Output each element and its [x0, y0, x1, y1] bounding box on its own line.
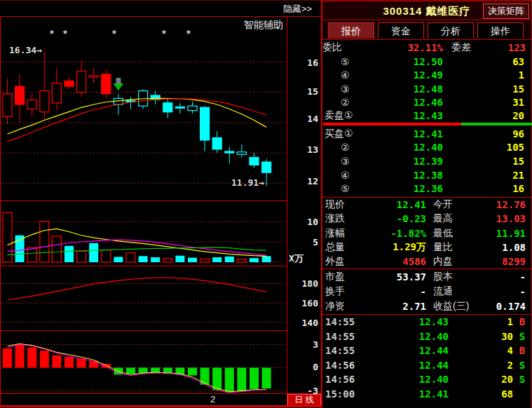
stat-row: 市盈53.37股本-	[322, 269, 531, 284]
ask-qty: 1	[443, 69, 524, 81]
tick-side: S	[513, 360, 531, 371]
hide-panel-button[interactable]: 隐藏>>	[283, 3, 312, 15]
stock-name: 戴维医疗	[426, 5, 471, 17]
bid-row[interactable]: ⑤12.3616	[322, 182, 531, 196]
tick-row: 14:5512.4030S	[322, 329, 531, 344]
bid-book: 买盘①12.4196②12.40105③12.3915④12.3821⑤12.3…	[322, 127, 531, 196]
info-row-label-2: 最低	[426, 227, 481, 240]
info-row: 涨跌-0.23最高13.03	[322, 212, 531, 226]
ask-price: 12.46	[363, 97, 443, 108]
stat-row: 换手-流通-	[322, 284, 531, 299]
bid-price: 12.38	[363, 170, 443, 181]
bid-level-label: ③	[322, 156, 363, 167]
tick-time: 14:56	[325, 374, 367, 385]
star-icon: *	[186, 27, 191, 39]
bid-row[interactable]: ④12.3821	[322, 168, 531, 182]
tab-1[interactable]: 报价	[328, 22, 374, 39]
tick-qty: 2	[449, 360, 513, 371]
tick-qty: 4	[449, 345, 513, 356]
axis-tick-label: 10	[289, 217, 318, 227]
bid-row[interactable]: ③12.3915	[322, 154, 531, 168]
ask-row[interactable]: ③12.4815	[322, 82, 531, 95]
ask-qty: 63	[443, 56, 524, 67]
ask-price: 12.48	[363, 83, 443, 95]
tick-price: 12.40	[367, 374, 449, 385]
weibi-label: 委比	[322, 41, 357, 54]
ask-row[interactable]: ④12.491	[322, 68, 531, 81]
tick-price: 12.44	[367, 360, 449, 371]
tick-qty: 1	[449, 316, 513, 327]
price-info-section: 现价12.41今开12.76涨跌-0.23最高13.03涨幅-1.82%最低11…	[322, 197, 531, 268]
tick-time: 14:55	[325, 316, 367, 327]
trading-terminal: S 隐藏>> 智能辅助 ***** 16.34→ 11.91→ 16151413…	[0, 0, 532, 408]
info-row-value-2: 12.76	[481, 199, 526, 210]
chart-canvas[interactable]: S	[0, 1, 322, 408]
info-row: 外盘4586内盘8299	[322, 254, 531, 268]
fundamental-stats-section: 市盈53.37股本-换手-流通-净资2.71收益(三)0.174	[322, 268, 531, 314]
star-icon: *	[112, 27, 116, 39]
buy-strength	[461, 123, 532, 125]
info-row-value-1: 4586	[359, 256, 426, 267]
bid-row[interactable]: 买盘①12.4196	[322, 127, 531, 141]
stat-row-label-1: 净资	[325, 300, 359, 313]
page-indicator: 2	[210, 394, 215, 404]
ask-row[interactable]: ②12.4631	[322, 95, 531, 109]
tab-2[interactable]: 资金	[378, 22, 424, 39]
ask-level-label: ④	[322, 69, 363, 81]
tick-price: 12.44	[367, 345, 449, 356]
ask-row[interactable]: 卖盘①12.4320	[322, 109, 531, 123]
info-row-value-2: 1.08	[481, 242, 526, 253]
period-selector-daily[interactable]: 日 线	[287, 394, 321, 406]
bid-qty: 21	[443, 170, 524, 181]
axis-tick-label: 16	[289, 57, 318, 68]
tick-price: 12.41	[367, 388, 449, 400]
ask-qty: 31	[443, 97, 524, 108]
stat-row-value-1: 2.71	[359, 301, 426, 312]
high-price-annotation: 16.34→	[9, 45, 42, 55]
axis-tick-label: 160	[289, 298, 318, 308]
time-sales-section: 14:5512.431B14:5512.4030S14:5512.444B14:…	[322, 314, 531, 406]
info-row-label-2: 量比	[426, 241, 481, 254]
stat-row-label-1: 市盈	[325, 271, 359, 283]
stat-row-label-2: 股本	[426, 271, 481, 283]
info-row-value-2: 11.91	[481, 228, 526, 239]
ask-qty: 20	[443, 110, 524, 121]
axis-tick-label: 0	[289, 362, 318, 372]
ask-book: ⑤12.5063④12.491③12.4815②12.4631卖盘①12.432…	[322, 55, 531, 123]
stat-row-value-2: -	[481, 286, 526, 297]
tick-side: B	[513, 345, 531, 356]
tick-qty: 20	[449, 374, 513, 385]
tick-side: S	[513, 374, 531, 385]
bid-price: 12.36	[363, 183, 443, 194]
info-row: 总量1.29万量比1.08	[322, 240, 531, 254]
tick-row: 14:5612.4020S	[322, 372, 531, 387]
tick-price: 12.43	[367, 316, 449, 327]
tick-row: 14:5612.442S	[322, 358, 531, 373]
tick-row: 14:5512.444B	[322, 344, 531, 358]
tab-3[interactable]: 分析	[428, 22, 474, 39]
quote-panel: 300314 戴维医疗 决策矩阵 报价资金分析操作 委比 32.11% 委差 1…	[322, 1, 532, 408]
ask-row[interactable]: ⑤12.5063	[322, 55, 531, 68]
stat-row-value-1: -	[359, 286, 426, 297]
tick-time: 14:55	[325, 345, 367, 356]
bid-row[interactable]: ②12.40105	[322, 141, 531, 155]
star-icon: *	[50, 27, 54, 39]
bid-level-label: 买盘①	[322, 128, 363, 140]
tick-time: 14:55	[325, 331, 367, 342]
bid-price: 12.41	[363, 128, 443, 140]
stat-row-label-2: 流通	[426, 285, 481, 298]
tick-side: B	[513, 316, 531, 327]
tick-time: 15:00	[325, 388, 367, 400]
tick-price: 12.40	[367, 331, 449, 342]
ask-price: 12.50	[363, 56, 443, 67]
sell-strength	[323, 123, 461, 125]
bid-qty: 16	[443, 183, 524, 194]
tick-row: 15:0012.4168	[322, 387, 531, 402]
bid-price: 12.39	[363, 156, 443, 167]
axis-tick-label: 140	[289, 318, 318, 328]
star-icon: *	[162, 27, 166, 39]
tab-4[interactable]: 操作	[477, 22, 524, 39]
decision-matrix-button[interactable]: 决策矩阵	[483, 4, 529, 19]
axis-tick-label: 5	[289, 237, 318, 247]
ask-level-label: 卖盘①	[322, 109, 363, 122]
